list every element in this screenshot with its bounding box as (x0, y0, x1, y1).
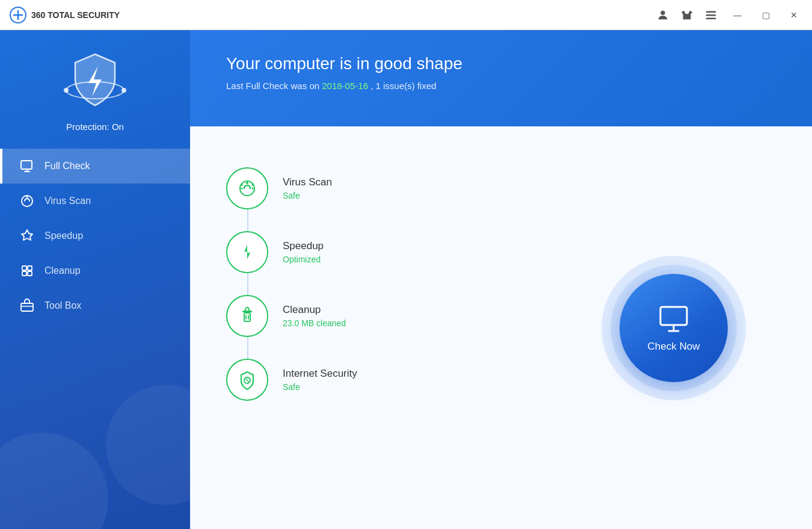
sidebar-item-toolbox[interactable]: Tool Box (0, 288, 190, 323)
cleanup-status: 23.0 MB cleaned (283, 318, 346, 328)
check-now-middle-ring: Check Now (611, 265, 737, 391)
svg-rect-34 (660, 307, 687, 325)
sidebar-label-toolbox: Tool Box (45, 300, 81, 311)
sidebar: Protection: On Full Check (0, 30, 190, 529)
check-item-speedup: Speedup Optimized (226, 220, 547, 284)
check-item-virus-scan: Virus Scan Safe (226, 156, 547, 220)
shirt-icon[interactable] (680, 8, 694, 22)
svg-rect-18 (28, 266, 32, 270)
svg-point-3 (660, 10, 665, 14)
header-subtitle: Last Full Check was on 2018-05-16 , 1 is… (226, 81, 776, 91)
svg-rect-4 (706, 11, 716, 12)
svg-point-9 (121, 88, 126, 93)
speedup-text: Speedup Optimized (283, 240, 324, 264)
virus-scan-text: Virus Scan Safe (283, 176, 332, 200)
internet-security-status: Safe (283, 382, 357, 392)
svg-rect-5 (706, 14, 716, 16)
check-item-internet-security: Internet Security Safe (226, 348, 547, 412)
sidebar-label-full-check: Full Check (45, 161, 90, 172)
toolbox-icon (19, 298, 35, 314)
virus-scan-status: Safe (283, 191, 332, 200)
header-title: Your computer is in good shape (226, 54, 776, 73)
protection-label: Protection: On (66, 122, 124, 132)
check-now-outer-ring: Check Now (601, 256, 746, 400)
svg-rect-19 (22, 271, 26, 276)
sidebar-item-virus-scan[interactable]: Virus Scan (0, 184, 190, 218)
user-icon[interactable] (656, 8, 669, 22)
titlebar-controls: — ▢ ✕ (656, 8, 802, 22)
check-now-button[interactable]: Check Now (620, 274, 728, 382)
sidebar-label-virus-scan: Virus Scan (45, 196, 91, 206)
header-date: 2018-05-16 (322, 81, 368, 91)
speedup-name: Speedup (283, 240, 324, 252)
full-check-icon (19, 158, 35, 174)
sidebar-item-full-check[interactable]: Full Check (0, 149, 190, 184)
svg-rect-28 (242, 311, 252, 312)
check-now-area: Check Now (571, 150, 776, 505)
virus-scan-circle (226, 167, 268, 209)
check-now-label: Check Now (648, 341, 700, 353)
cleanup-name: Cleanup (283, 304, 346, 316)
virus-scan-name: Virus Scan (283, 176, 332, 188)
speedup-status: Optimized (283, 255, 324, 264)
svg-point-27 (247, 252, 248, 253)
virus-scan-icon (19, 193, 35, 209)
shield-logo (62, 48, 128, 114)
cleanup-text: Cleanup 23.0 MB cleaned (283, 304, 346, 328)
check-item-cleanup: Cleanup 23.0 MB cleaned (226, 284, 547, 348)
close-button[interactable]: ✕ (786, 8, 802, 22)
app-logo-icon (10, 7, 26, 23)
content-area: Your computer is in good shape Last Full… (190, 30, 812, 529)
header-banner: Your computer is in good shape Last Full… (190, 30, 812, 126)
speedup-circle (226, 231, 268, 273)
subtitle-prefix: Last Full Check was on (226, 81, 322, 91)
app-title: 360 TOTAL SECURITY (31, 10, 120, 20)
speedup-icon (19, 228, 35, 244)
svg-point-10 (64, 88, 69, 93)
svg-point-24 (246, 182, 248, 184)
internet-security-circle (226, 359, 268, 401)
internet-security-name: Internet Security (283, 368, 357, 380)
internet-security-text: Internet Security Safe (283, 368, 357, 392)
svg-rect-6 (706, 17, 716, 19)
svg-rect-17 (22, 266, 26, 270)
svg-point-25 (241, 188, 243, 190)
titlebar-left: 360 TOTAL SECURITY (10, 7, 120, 23)
sidebar-label-speedup: Speedup (45, 230, 83, 241)
svg-rect-11 (21, 161, 32, 169)
sidebar-label-cleanup: Cleanup (45, 265, 81, 276)
monitor-icon (658, 303, 689, 335)
svg-rect-29 (244, 313, 250, 321)
svg-line-33 (245, 379, 249, 382)
cleanup-icon (19, 263, 35, 279)
main-content: Virus Scan Safe Speedup Optimized (190, 126, 812, 529)
svg-rect-21 (21, 303, 33, 311)
check-items-list: Virus Scan Safe Speedup Optimized (226, 150, 547, 505)
minimize-button[interactable]: — (728, 8, 746, 22)
main-layout: Protection: On Full Check (0, 30, 812, 529)
sidebar-item-cleanup[interactable]: Cleanup (0, 253, 190, 288)
menu-icon[interactable] (704, 8, 718, 22)
maximize-button[interactable]: ▢ (757, 8, 775, 22)
svg-point-26 (252, 188, 254, 190)
titlebar: 360 TOTAL SECURITY — ▢ ✕ (0, 0, 812, 30)
cleanup-circle (226, 295, 268, 337)
sidebar-item-speedup[interactable]: Speedup (0, 218, 190, 253)
svg-rect-20 (28, 271, 32, 276)
subtitle-suffix: , 1 issue(s) fixed (371, 81, 436, 91)
